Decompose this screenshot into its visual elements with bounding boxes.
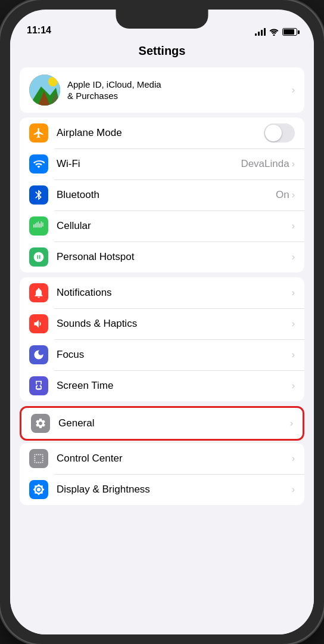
display-icon (33, 484, 45, 496)
screen-time-row[interactable]: Screen Time › (20, 370, 304, 401)
phone-screen: 11:14 (10, 10, 314, 634)
wifi-network-value: DevaLinda (241, 158, 289, 170)
control-center-chevron: › (292, 453, 295, 464)
network-section: Airplane Mode Wi-Fi DevaLinda › (20, 117, 304, 273)
airplane-icon-wrapper (29, 123, 48, 143)
general-icon-wrapper (31, 414, 50, 433)
general-highlighted-section: General › (20, 406, 304, 441)
wifi-icon-wrapper (29, 154, 48, 174)
focus-chevron: › (292, 349, 295, 360)
notifications-section: Notifications › Sounds & Haptics › (20, 277, 304, 401)
airplane-mode-label: Airplane Mode (57, 127, 264, 139)
battery-icon (282, 28, 297, 36)
hotspot-icon (33, 251, 45, 263)
control-center-icon-wrapper (29, 449, 48, 468)
cellular-row[interactable]: Cellular › (20, 210, 304, 242)
cellular-chevron: › (292, 221, 295, 231)
airplane-toggle[interactable] (264, 123, 295, 143)
moon-icon (33, 349, 45, 361)
focus-row[interactable]: Focus › (20, 339, 304, 370)
bottom-section: Control Center › Display & Brightness › (20, 443, 304, 505)
apple-id-row[interactable]: Apple ID, iCloud, Media & Purchases › (20, 67, 304, 113)
hotspot-row[interactable]: Personal Hotspot › (20, 242, 304, 273)
general-row[interactable]: General › (21, 408, 303, 439)
screen-time-chevron: › (292, 380, 295, 391)
screen-time-icon-wrapper (29, 376, 48, 395)
bluetooth-chevron: › (292, 190, 295, 200)
wifi-status-icon (269, 29, 279, 36)
hourglass-icon (33, 380, 45, 392)
sounds-label: Sounds & Haptics (57, 318, 292, 330)
bluetooth-status-value: On (276, 189, 289, 201)
hotspot-label: Personal Hotspot (57, 251, 292, 263)
sounds-chevron: › (292, 318, 295, 329)
status-icons (255, 28, 297, 36)
apple-id-chevron: › (292, 85, 295, 95)
general-label: General (58, 417, 290, 429)
status-time: 11:14 (27, 25, 51, 36)
svg-point-0 (273, 34, 275, 36)
bluetooth-row[interactable]: Bluetooth On › (20, 179, 304, 210)
wifi-label: Wi-Fi (57, 158, 241, 170)
sounds-icon-wrapper (29, 314, 48, 333)
bluetooth-icon (33, 189, 45, 201)
notifications-label: Notifications (57, 287, 292, 299)
notifications-icon-wrapper (29, 283, 48, 302)
notifications-row[interactable]: Notifications › (20, 277, 304, 308)
display-label: Display & Brightness (57, 484, 292, 496)
airplane-icon (33, 127, 45, 139)
wifi-chevron: › (292, 159, 295, 169)
sound-icon (33, 318, 45, 330)
focus-label: Focus (57, 349, 292, 361)
hotspot-icon-wrapper (29, 247, 48, 267)
gear-icon (35, 417, 46, 429)
bluetooth-label: Bluetooth (57, 189, 276, 201)
notch (116, 10, 208, 29)
focus-icon-wrapper (29, 345, 48, 364)
display-row[interactable]: Display & Brightness › (20, 474, 304, 505)
apple-id-line2: & Purchases (67, 90, 161, 102)
wifi-row[interactable]: Wi-Fi DevaLinda › (20, 148, 304, 179)
hotspot-chevron: › (292, 252, 295, 262)
page-title: Settings (10, 39, 314, 67)
cellular-label: Cellular (57, 220, 292, 232)
signal-icon (255, 28, 266, 36)
control-center-row[interactable]: Control Center › (20, 443, 304, 474)
sounds-row[interactable]: Sounds & Haptics › (20, 308, 304, 339)
display-chevron: › (292, 484, 295, 495)
cellular-icon (33, 220, 45, 232)
bluetooth-icon-wrapper (29, 185, 48, 205)
general-chevron: › (290, 418, 293, 429)
notifications-chevron: › (292, 287, 295, 298)
screen-content: Settings Apple ID (10, 39, 314, 634)
airplane-mode-row[interactable]: Airplane Mode (20, 117, 304, 148)
apple-id-line1: Apple ID, iCloud, Media (67, 79, 161, 91)
wifi-icon (33, 158, 45, 170)
svg-point-5 (48, 77, 58, 86)
control-center-label: Control Center (57, 453, 292, 465)
phone-frame: 11:14 (0, 0, 324, 644)
control-icon (33, 453, 45, 465)
screen-time-label: Screen Time (57, 380, 292, 392)
avatar (29, 75, 60, 106)
cellular-icon-wrapper (29, 216, 48, 236)
display-icon-wrapper (29, 480, 48, 499)
bell-icon (33, 287, 45, 299)
